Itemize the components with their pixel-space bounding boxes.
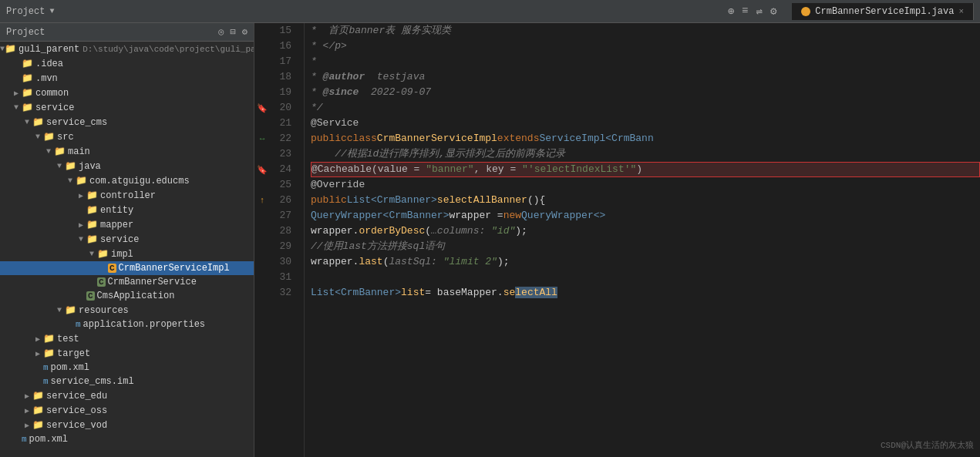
- tab-bar: CrmBannerServiceImpl.java ×: [792, 3, 974, 20]
- code-line-32[interactable]: List<CrmBanner> list = baseMapper.select…: [311, 285, 980, 301]
- project-dropdown-icon[interactable]: ▼: [49, 7, 54, 15]
- code-line-19[interactable]: * @since 2022-09-07: [311, 85, 980, 100]
- sidebar-item-entity[interactable]: 📁 entity: [0, 203, 254, 217]
- code-line-23[interactable]: //根据id进行降序排列,显示排列之后的前两条记录: [311, 146, 980, 162]
- tab-filename: CrmBannerServiceImpl.java: [815, 6, 954, 17]
- code-line-28[interactable]: wrapper.orderByDesc( …columns: "id");: [311, 223, 980, 239]
- sidebar-item-main[interactable]: ▼ 📁 main: [0, 144, 254, 159]
- sidebar-item-cmsapplication[interactable]: C CmsApplication: [0, 289, 254, 303]
- sidebar-item-mapper[interactable]: ▶ 📁 mapper: [0, 217, 254, 232]
- sidebar-item-common[interactable]: ▶ 📁 common: [0, 86, 254, 100]
- sidebar-item-service_edu[interactable]: ▶ 📁 service_edu: [0, 388, 254, 403]
- line-number-19: 19: [270, 85, 298, 100]
- sidebar-item-service_oss[interactable]: ▶ 📁 service_oss: [0, 403, 254, 418]
- gutter-line-24: 🔖: [254, 162, 270, 177]
- sidebar-item-service_vod[interactable]: ▶ 📁 service_vod: [0, 418, 254, 432]
- gutter-line-17: [254, 54, 270, 69]
- main-content: Project ◎ ⊟ ⚙ ▼ 📁 guli_parent D:\study\j…: [0, 23, 980, 457]
- gutter-line-19: [254, 85, 270, 100]
- sidebar-item-idea[interactable]: 📁 .idea: [0, 56, 254, 71]
- folder-icon: 📁: [32, 405, 44, 416]
- folder-icon: 📁: [5, 43, 16, 55]
- tree-arrow: ▼: [54, 306, 65, 314]
- code-lines[interactable]: * 首页banner表 服务实现类 * </p> * * @author tes…: [305, 23, 980, 457]
- code-area-wrapper: 🔖↔🔖↑ 15161718192021222324252627282930313…: [254, 23, 980, 457]
- item-label: test: [57, 334, 79, 344]
- folder-icon: 📁: [54, 146, 66, 157]
- sidebar-item-impl[interactable]: ▼ 📁 impl: [0, 247, 254, 261]
- folder-icon: 📁: [43, 131, 55, 143]
- sidebar-item-pom_cms[interactable]: m pom.xml: [0, 361, 254, 375]
- tree-arrow: ▶: [22, 406, 32, 415]
- item-label: CrmBannerServiceImpl: [119, 263, 230, 274]
- code-comment: * </p>: [311, 39, 347, 54]
- gutter-line-21: [254, 116, 270, 131]
- sidebar-item-app_properties[interactable]: m application.properties: [0, 318, 254, 331]
- code-line-27[interactable]: QueryWrapper<CrmBanner> wrapper = new Qu…: [311, 208, 980, 223]
- sidebar-item-resources[interactable]: ▼ 📁 resources: [0, 303, 254, 318]
- toolbar-icon-4[interactable]: ⚙: [770, 5, 776, 18]
- code-line-29[interactable]: //使用last方法拼接sql语句: [311, 239, 980, 254]
- folder-icon: 📁: [22, 102, 33, 113]
- code-line-18[interactable]: * @author testjava: [311, 69, 980, 85]
- project-text: Project: [6, 6, 45, 17]
- code-editor: 🔖↔🔖↑ 15161718192021222324252627282930313…: [254, 23, 980, 457]
- code-line-17[interactable]: *: [311, 54, 980, 69]
- sidebar-item-java[interactable]: ▼ 📁 java: [0, 159, 254, 173]
- code-line-25[interactable]: @Override: [311, 177, 980, 193]
- gutter-line-32: [254, 285, 270, 301]
- sidebar-item-service_folder[interactable]: ▼ 📁 service: [0, 232, 254, 247]
- code-line-22[interactable]: public class CrmBannerServiceImpl extend…: [311, 131, 980, 146]
- sidebar-item-mvn[interactable]: 📁 .mvn: [0, 71, 254, 86]
- item-label: application.properties: [83, 319, 205, 330]
- code-line-24[interactable]: @Cacheable(value = "banner", key = "'sel…: [311, 162, 980, 177]
- sidebar-item-service[interactable]: ▼ 📁 service: [0, 100, 254, 115]
- sidebar-item-crmbanner_impl[interactable]: C CrmBannerServiceImpl: [0, 261, 254, 275]
- toolbar-icon-1[interactable]: ⊕: [728, 5, 734, 18]
- gutter-line-25: [254, 177, 270, 193]
- code-type: QueryWrapper<>: [521, 208, 605, 223]
- item-label: src: [57, 132, 74, 143]
- code-line-26[interactable]: public List<CrmBanner> selectAllBanner()…: [311, 193, 980, 208]
- sidebar-item-guli_parent[interactable]: ▼ 📁 guli_parent D:\study\java\code\proje…: [0, 42, 254, 56]
- code-type: List<CrmBanner>: [347, 193, 437, 208]
- sidebar-item-service_cms[interactable]: ▼ 📁 service_cms: [0, 115, 254, 129]
- code-keyword: public: [311, 193, 347, 208]
- sidebar-item-src[interactable]: ▼ 📁 src: [0, 129, 254, 144]
- line-number-24: 24: [270, 162, 298, 177]
- sidebar-item-com_atguigu_educms[interactable]: ▼ 📁 com.atguigu.educms: [0, 173, 254, 188]
- tab-close-button[interactable]: ×: [958, 7, 964, 16]
- sidebar: Project ◎ ⊟ ⚙ ▼ 📁 guli_parent D:\study\j…: [0, 23, 254, 457]
- sidebar-item-target[interactable]: ▶ 📁 target: [0, 346, 254, 361]
- code-line-20[interactable]: */: [311, 100, 980, 116]
- sidebar-item-pom_root[interactable]: m pom.xml: [0, 432, 254, 446]
- tree-arrow: ▶: [11, 89, 22, 98]
- sidebar-icon-locate[interactable]: ◎: [218, 26, 224, 38]
- sidebar-item-test[interactable]: ▶ 📁 test: [0, 331, 254, 346]
- line-number-31: 31: [270, 270, 298, 285]
- sidebar-item-crmbanner_service[interactable]: C CrmBannerService: [0, 275, 254, 289]
- code-line-15[interactable]: * 首页banner表 服务实现类: [311, 23, 980, 39]
- code-line-30[interactable]: wrapper.last( lastSql: "limit 2");: [311, 254, 980, 270]
- tab-crmbanner[interactable]: CrmBannerServiceImpl.java ×: [792, 3, 974, 20]
- tree-arrow: ▼: [32, 133, 43, 141]
- sidebar-item-controller[interactable]: ▶ 📁 controller: [0, 188, 254, 203]
- line-numbers: 151617181920212223242526272829303132: [270, 23, 305, 457]
- code-line-16[interactable]: * </p>: [311, 39, 980, 54]
- code-keyword: class: [347, 131, 377, 146]
- folder-icon: 📁: [97, 248, 109, 260]
- watermark: CSDN@认真生活的灰太狼: [881, 439, 974, 451]
- toolbar-icon-2[interactable]: ≡: [742, 5, 748, 18]
- item-label: service: [35, 102, 74, 113]
- code-line-21[interactable]: @Service: [311, 116, 980, 131]
- toolbar-icon-3[interactable]: ⇌: [756, 5, 762, 18]
- gutter-icon: 🔖: [257, 103, 268, 113]
- code-line-31[interactable]: [311, 270, 980, 285]
- tree-arrow: ▶: [32, 334, 43, 344]
- sidebar-icon-settings[interactable]: ⚙: [242, 26, 248, 38]
- item-label: entity: [100, 205, 133, 216]
- sidebar-item-service_cms_iml[interactable]: m service_cms.iml: [0, 375, 254, 388]
- xml-file-icon: m: [22, 435, 27, 444]
- gutter-icon: ↑: [260, 196, 265, 205]
- sidebar-icon-collapse[interactable]: ⊟: [231, 26, 236, 38]
